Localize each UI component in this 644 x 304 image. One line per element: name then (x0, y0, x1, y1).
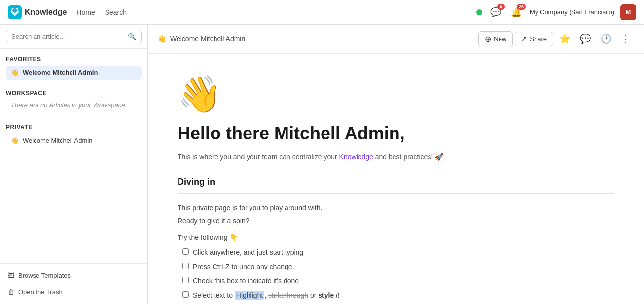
checklist-label-1: Click anywhere, and just start typing (193, 247, 303, 258)
sidebar-item-favorites-welcome[interactable]: 👋 Welcome Mitchell Admin (6, 66, 142, 80)
article-title[interactable]: Hello there Mitchell Admin, (178, 123, 614, 144)
wave-emoji: 👋 (178, 73, 614, 115)
highlight-text: Highlight (235, 291, 264, 300)
try-line-text: Try the following 👇 (178, 234, 238, 241)
checklist-item-2: Press Ctrl-Z to undo any change (182, 262, 614, 272)
browse-templates-icon: 🖼 (8, 272, 14, 279)
status-dot (476, 9, 482, 15)
favorites-item-label: Welcome Mitchell Admin (23, 69, 98, 76)
browse-templates-button[interactable]: 🖼 Browse Templates (0, 268, 147, 284)
private-item-emoji: 👋 (11, 137, 19, 144)
header-title-text: Welcome Mitchell Admin (170, 35, 245, 43)
article-body: 👋 Hello there Mitchell Admin, This is wh… (148, 54, 644, 304)
star-button[interactable]: ⭐ (555, 31, 574, 47)
sidebar-bottom: 🖼 Browse Templates 🗑 Open the Trash (0, 263, 147, 304)
article-header: 👋 Welcome Mitchell Admin ⊕ New ↗ Share ⭐… (148, 25, 644, 54)
para1[interactable]: This private page is for you to play aro… (178, 203, 614, 213)
avatar-initials: M (626, 8, 631, 16)
search-input-wrap[interactable]: 🔍 (6, 30, 142, 43)
more-button[interactable]: ⋮ (617, 31, 634, 47)
strikethrough-text: strikethrough (268, 291, 308, 299)
article-actions: ⊕ New ↗ Share ⭐ 💬 🕐 ⋮ (478, 31, 634, 47)
checklist-label-2: Press Ctrl-Z to undo any change (193, 262, 292, 272)
diving-in-heading: Diving in (178, 177, 614, 187)
open-trash-label: Open the Trash (18, 288, 63, 296)
checklist-item-3: Check this box to indicate it's done (182, 276, 614, 286)
bold-text: style (318, 291, 334, 299)
comment-button[interactable]: 💬 (576, 31, 595, 47)
search-input[interactable] (11, 33, 125, 40)
favorites-section: Favorites 👋 Welcome Mitchell Admin (0, 49, 147, 83)
bell-badge: 26 (517, 4, 526, 10)
share-button[interactable]: ↗ Share (515, 32, 553, 46)
article-subtitle: This is where you and your team can cent… (178, 152, 614, 162)
browse-templates-label: Browse Templates (18, 272, 71, 279)
new-plus-icon: ⊕ (485, 34, 491, 44)
checkbox-1[interactable] (182, 248, 189, 255)
sidebar: 🔍 Favorites 👋 Welcome Mitchell Admin Wor… (0, 25, 148, 304)
logo-text: Knowledge (25, 8, 67, 17)
divider (178, 193, 614, 194)
article-header-title: 👋 Welcome Mitchell Admin (158, 35, 474, 43)
private-section: Private 👋 Welcome Mitchell Admin (0, 117, 147, 151)
bell-notifications-button[interactable]: 🔔 26 (509, 5, 524, 20)
subtitle-after: and best practices! 🚀 (373, 153, 443, 161)
new-label: New (494, 35, 506, 43)
checkbox-3[interactable] (182, 277, 189, 283)
nav-right: 💬 6 🔔 26 My Company (San Francisco) M (476, 4, 636, 20)
favorites-title: Favorites (6, 56, 142, 63)
workspace-empty: There are no Articles in your Workspace. (6, 100, 142, 114)
checklist-label-4: Select text to Highlight, strikethrough … (193, 290, 339, 301)
search-icon: 🔍 (128, 33, 136, 40)
share-icon: ↗ (521, 35, 527, 43)
checklist-item-4: Select text to Highlight, strikethrough … (182, 290, 614, 301)
history-button[interactable]: 🕐 (597, 31, 615, 47)
search-link[interactable]: Search (105, 8, 127, 16)
private-item-label: Welcome Mitchell Admin (23, 137, 92, 144)
logo[interactable]: Knowledge (8, 5, 67, 19)
workspace-title: Workspace (6, 90, 142, 97)
sidebar-item-private-welcome[interactable]: 👋 Welcome Mitchell Admin (6, 134, 142, 148)
logo-icon (8, 5, 22, 19)
share-label: Share (530, 35, 547, 43)
avatar[interactable]: M (620, 4, 636, 20)
italic-text: it (336, 291, 339, 299)
checklist-label-3: Check this box to indicate it's done (193, 276, 299, 286)
main-content: 👋 Welcome Mitchell Admin ⊕ New ↗ Share ⭐… (148, 25, 644, 304)
subtitle-before: This is where you and your team can cent… (178, 153, 339, 161)
private-title: Private (6, 124, 142, 131)
knowledge-link[interactable]: Knowledge (339, 153, 373, 161)
chat-badge: 6 (497, 4, 505, 10)
company-name[interactable]: My Company (San Francisco) (530, 8, 614, 16)
checkbox-2[interactable] (182, 263, 189, 269)
para2[interactable]: Ready to give it a spin? (178, 215, 614, 226)
checklist-item-1: Click anywhere, and just start typing (182, 247, 614, 258)
try-line: Try the following 👇 (178, 234, 614, 241)
top-navigation: Knowledge Home Search 💬 6 🔔 26 My Compan… (0, 0, 644, 25)
checkbox-4[interactable] (182, 291, 189, 298)
new-button[interactable]: ⊕ New (478, 31, 513, 47)
trash-icon: 🗑 (8, 288, 14, 296)
favorites-item-emoji: 👋 (11, 69, 19, 76)
open-trash-button[interactable]: 🗑 Open the Trash (0, 284, 147, 300)
workspace-section: Workspace There are no Articles in your … (0, 83, 147, 117)
home-link[interactable]: Home (76, 8, 95, 16)
checklist: Click anywhere, and just start typing Pr… (178, 247, 614, 304)
header-emoji: 👋 (158, 35, 166, 43)
chat-notifications-button[interactable]: 💬 6 (488, 5, 503, 20)
search-bar: 🔍 (0, 25, 147, 49)
